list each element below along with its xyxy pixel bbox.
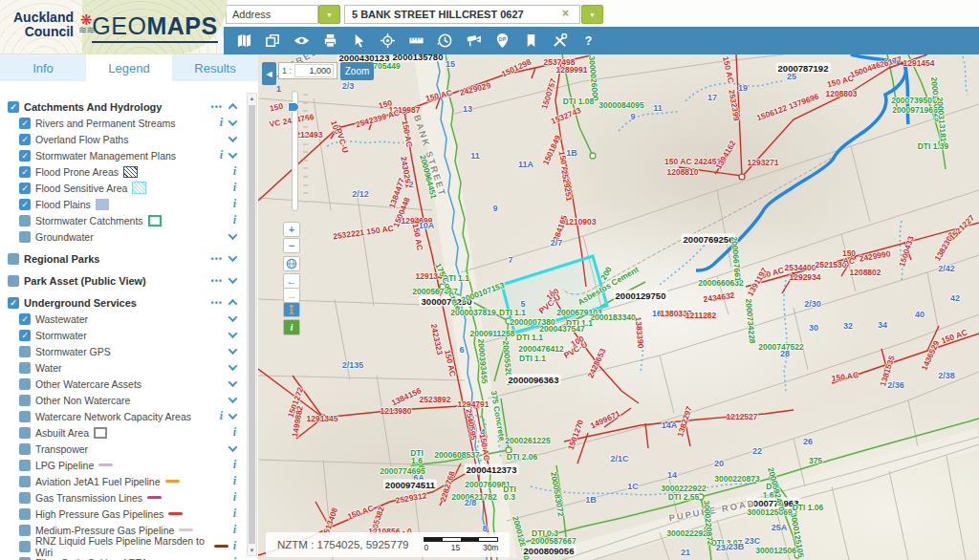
measure-icon[interactable] [402, 30, 430, 53]
chevron-down-icon[interactable] [228, 117, 238, 126]
layer-checkbox[interactable] [19, 395, 31, 406]
layer-info-icon[interactable]: i [233, 523, 236, 537]
tab-legend[interactable]: Legend [86, 54, 172, 81]
layer-info-icon[interactable]: i [220, 409, 223, 423]
history-icon[interactable] [430, 30, 459, 53]
layer-checkbox[interactable] [19, 443, 31, 455]
layer-row[interactable]: ✓Flood Plainsi [0, 196, 246, 212]
layer-row[interactable]: Aviation JetA1 Fuel Pipelinei [0, 473, 246, 489]
chevron-up-icon[interactable] [228, 103, 238, 113]
layer-row[interactable]: Groundwater [0, 228, 246, 245]
layer-info-icon[interactable]: i [220, 148, 223, 162]
bookmark-icon[interactable] [516, 30, 545, 53]
layer-checkbox[interactable] [19, 492, 31, 504]
layer-row[interactable]: ✓Catchments And Hydrology••• [0, 98, 246, 115]
layer-checkbox[interactable]: ✓ [19, 118, 31, 129]
layer-checkbox[interactable]: ✓ [8, 101, 19, 113]
chevron-down-icon[interactable] [228, 312, 238, 322]
layer-checkbox[interactable] [19, 231, 31, 243]
layer-row[interactable]: Water [0, 359, 246, 376]
layer-row[interactable]: Other Non Watercare [0, 392, 246, 408]
layer-info-icon[interactable]: i [233, 555, 236, 560]
layer-row[interactable]: RNZ Liquid Fuels Pipeline Marsden to Wir… [0, 538, 246, 554]
scrollbar-thumb[interactable] [249, 105, 255, 544]
zoom-button[interactable]: Zoom [340, 62, 374, 80]
layer-row[interactable]: ✓Stormwater Management Plansi [0, 147, 246, 163]
layer-row[interactable]: ✓Overland Flow Paths [0, 131, 246, 147]
layer-info-icon[interactable]: i [233, 539, 236, 553]
search-category-select[interactable]: Address [226, 5, 318, 24]
layer-checkbox[interactable] [19, 557, 31, 560]
zoom-in-button[interactable]: + [283, 222, 300, 237]
layer-checkbox[interactable]: ✓ [19, 166, 31, 178]
sidebar-scrollbar[interactable]: ▲ ▼ [247, 93, 257, 556]
basemap-icon[interactable] [229, 30, 258, 53]
locate-icon[interactable] [373, 30, 402, 53]
layer-info-icon[interactable]: i [233, 181, 236, 195]
layer-row[interactable]: Watercare Network Capacity Areasi [0, 408, 246, 424]
layer-checkbox[interactable]: ✓ [19, 330, 31, 341]
layer-row[interactable]: Regional Parks••• [0, 250, 246, 267]
globe-icon[interactable] [283, 256, 300, 271]
chevron-down-icon[interactable] [228, 133, 238, 142]
chevron-down-icon[interactable] [228, 442, 238, 452]
forward-button[interactable]: → [283, 288, 300, 303]
layer-row[interactable]: ✓Flood Sensitive Areai [0, 180, 246, 196]
map-canvas[interactable]: RE STREET2000430123200013578020007054491… [258, 54, 979, 560]
layer-checkbox[interactable]: ✓ [8, 297, 19, 309]
layer-row[interactable]: Gas Transmission Linesi [0, 489, 246, 506]
layer-menu-icon[interactable]: ••• [211, 102, 223, 112]
layer-menu-icon[interactable]: ••• [211, 254, 223, 264]
layer-checkbox[interactable] [19, 346, 31, 357]
search-input[interactable]: 5 BANK STREET HILLCREST 0627 [344, 5, 580, 24]
layer-row[interactable]: LPG Pipelinei [0, 457, 246, 473]
chevron-down-icon[interactable] [228, 377, 238, 387]
category-dropdown-button[interactable]: ▼ [318, 5, 340, 24]
layer-info-icon[interactable]: i [233, 164, 236, 179]
layer-row[interactable]: Transpower [0, 441, 246, 457]
layer-row[interactable]: High Pressure Gas Pipelinesi [0, 506, 246, 522]
layer-info-icon[interactable]: i [233, 197, 236, 211]
layer-info-icon[interactable]: i [233, 506, 236, 521]
dp-pin-icon[interactable]: DP [488, 30, 516, 53]
scroll-down-icon[interactable]: ▼ [248, 548, 256, 553]
layer-checkbox[interactable] [8, 253, 19, 265]
tools-icon[interactable] [545, 30, 574, 53]
layer-info-icon[interactable]: i [233, 213, 236, 227]
back-button[interactable]: ← [283, 273, 300, 289]
layer-checkbox[interactable] [19, 508, 31, 520]
layer-checkbox[interactable]: ✓ [19, 134, 31, 145]
info-button[interactable]: i [283, 319, 300, 335]
chevron-down-icon[interactable] [228, 230, 238, 240]
streetview-icon[interactable] [459, 30, 488, 53]
chevron-down-icon[interactable] [228, 329, 238, 338]
visibility-icon[interactable] [287, 30, 315, 53]
layer-info-icon[interactable]: i [233, 458, 236, 472]
chevron-down-icon[interactable] [228, 410, 238, 420]
layer-checkbox[interactable] [19, 427, 31, 439]
layer-menu-icon[interactable]: ••• [211, 298, 223, 308]
layer-checkbox[interactable]: ✓ [19, 183, 31, 194]
layer-checkbox[interactable] [19, 378, 31, 390]
layer-info-icon[interactable]: i [233, 474, 236, 488]
layer-row[interactable]: Asbuilt Areai [0, 424, 246, 441]
layer-row[interactable]: Other Watercare Assets [0, 376, 246, 392]
collapse-sidebar-button[interactable]: ◀ [262, 62, 276, 85]
layer-row[interactable]: Stormwater GPS [0, 343, 246, 359]
layer-checkbox[interactable] [8, 275, 19, 287]
layer-row[interactable]: ✓Stormwater [0, 327, 246, 343]
chevron-down-icon[interactable] [228, 345, 238, 355]
layer-checkbox[interactable] [19, 476, 31, 487]
layer-checkbox[interactable] [19, 541, 31, 552]
layer-menu-icon[interactable]: ••• [211, 276, 223, 286]
layer-row[interactable]: ✓Rivers and Permanent Streamsi [0, 115, 246, 131]
layer-checkbox[interactable] [19, 525, 31, 536]
help-icon[interactable]: ? [574, 30, 602, 53]
print-icon[interactable] [315, 30, 344, 53]
tab-results[interactable]: Results [172, 54, 258, 81]
layer-row[interactable]: Stormwater Catchmentsi [0, 212, 246, 228]
layer-row[interactable]: ✓Underground Services••• [0, 294, 246, 311]
layer-checkbox[interactable]: ✓ [19, 199, 31, 210]
layer-checkbox[interactable] [19, 460, 31, 471]
layer-checkbox[interactable] [19, 411, 31, 422]
